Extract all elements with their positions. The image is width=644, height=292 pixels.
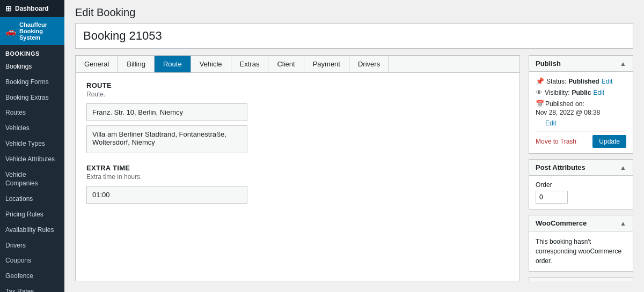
woocommerce-collapse-icon[interactable]: ▲ (620, 220, 626, 227)
update-button[interactable]: Update (592, 135, 626, 148)
post-attributes-panel: Post Attributes ▲ Order (529, 159, 633, 209)
sidebar-item-locations[interactable]: Locations (0, 191, 64, 207)
sidebar-item-coupons[interactable]: Coupons (0, 253, 64, 268)
order-input[interactable] (536, 191, 568, 204)
publish-panel-body: 📌 Status: Published Edit 👁 Visibility: P… (529, 72, 633, 153)
tab-general[interactable]: General (76, 56, 118, 72)
route-field-1[interactable]: Franz. Str. 10, Berlin, Niemcy (86, 103, 247, 121)
publish-divider (536, 131, 626, 132)
sidebar: ⊞ Dashboard 🚗 Chauffeur Booking System B… (0, 0, 64, 292)
sidebar-item-bookings[interactable]: Bookings (0, 59, 64, 74)
route-section-title: ROUTE (86, 81, 509, 89)
dashboard-link[interactable]: ⊞ Dashboard (0, 0, 64, 17)
sidebar-item-vehicles[interactable]: Vehicles (0, 121, 64, 136)
visibility-edit-link[interactable]: Edit (593, 89, 604, 96)
dashboard-label: Dashboard (15, 5, 49, 12)
brand-label: Chauffeur Booking System (19, 21, 59, 41)
content-area: General Billing Route Vehicle Extras Cli… (64, 55, 644, 292)
page-title: Edit Booking (75, 6, 633, 19)
published-value: Nov 28, 2022 @ 08:38 (536, 109, 600, 116)
calendar-icon: 📅 (536, 100, 544, 108)
tab-vehicle[interactable]: Vehicle (191, 56, 231, 72)
woocommerce-panel: WooCommerce ▲ This booking hasn't corres… (529, 215, 633, 272)
woocommerce-header: WooCommerce ▲ (529, 215, 633, 231)
status-value: Published (568, 78, 599, 85)
tab-client[interactable]: Client (268, 56, 304, 72)
move-to-trash-link[interactable]: Move to Trash (536, 138, 576, 145)
tab-route-content: ROUTE Route. Franz. Str. 10, Berlin, Nie… (76, 73, 519, 216)
woocommerce-text: This booking hasn't corresponding wooCom… (536, 237, 626, 266)
sidebar-item-vehicle-attributes[interactable]: Vehicle Attributes (0, 152, 64, 167)
sidebar-item-geofence[interactable]: Geofence (0, 268, 64, 284)
post-attributes-collapse-icon[interactable]: ▲ (620, 164, 626, 171)
tab-drivers[interactable]: Drivers (349, 56, 389, 72)
status-row: 📌 Status: Published Edit (536, 77, 626, 85)
publish-title: Publish (536, 59, 561, 68)
extra-time-title: EXTRA TIME (86, 164, 509, 172)
tab-billing[interactable]: Billing (118, 56, 155, 72)
extra-time-field[interactable]: 01:00 (86, 186, 247, 204)
sidebar-item-availability-rules[interactable]: Availability Rules (0, 222, 64, 238)
tab-route[interactable]: Route (155, 56, 191, 72)
dashboard-icon: ⊞ (5, 4, 12, 13)
woocommerce-body: This booking hasn't corresponding wooCom… (529, 231, 633, 271)
visibility-value: Public (572, 89, 591, 96)
woocommerce-title: WooCommerce (536, 219, 587, 227)
visibility-label: Visibility: (545, 89, 569, 96)
eye-icon: 👁 (536, 88, 543, 96)
extra-time-desc: Extra time in hours. (86, 173, 509, 181)
page-header: Edit Booking (64, 0, 644, 23)
sidebar-item-vehicle-companies[interactable]: Vehicle Companies (0, 167, 64, 192)
post-attributes-title: Post Attributes (536, 163, 586, 171)
sidebar-brand[interactable]: 🚗 Chauffeur Booking System (0, 17, 64, 45)
sidebar-item-booking-forms[interactable]: Booking Forms (0, 74, 64, 90)
main-content: Edit Booking Booking 21053 General Billi… (64, 0, 644, 292)
tabs-container: General Billing Route Vehicle Extras Cli… (75, 55, 520, 281)
publish-actions: Move to Trash Update (536, 135, 626, 148)
brand-icon: 🚗 (5, 26, 16, 36)
status-label: Status: (546, 78, 566, 85)
tab-payment[interactable]: Payment (304, 56, 349, 72)
content-wrapper: General Billing Route Vehicle Extras Cli… (75, 55, 520, 281)
sidebar-item-drivers[interactable]: Drivers (0, 238, 64, 253)
tab-extras[interactable]: Extras (231, 56, 269, 72)
right-panel: Publish ▲ 📌 Status: Published Edit 👁 Vis… (529, 55, 633, 281)
post-attributes-body: Order (529, 176, 633, 209)
booking-edit-header: Booking edit ▲ (529, 278, 633, 281)
sidebar-item-vehicle-types[interactable]: Vehicle Types (0, 136, 64, 152)
published-label: Published on: (545, 100, 584, 108)
post-attributes-header: Post Attributes ▲ (529, 160, 633, 176)
order-label: Order (536, 181, 626, 189)
sidebar-item-routes[interactable]: Routes (0, 105, 64, 121)
sidebar-item-tax-rates[interactable]: Tax Rates (0, 284, 64, 292)
status-edit-link[interactable]: Edit (602, 78, 613, 85)
booking-edit-panel: Booking edit ▲ This booking cannot be mo… (529, 277, 633, 281)
published-edit-link[interactable]: Edit (545, 119, 557, 127)
extra-time-section: EXTRA TIME Extra time in hours. 01:00 (86, 164, 509, 204)
tabs-bar: General Billing Route Vehicle Extras Cli… (76, 56, 519, 73)
publish-collapse-icon[interactable]: ▲ (620, 60, 626, 68)
pin-icon: 📌 (536, 77, 544, 85)
route-section-desc: Route. (86, 91, 509, 98)
visibility-row: 👁 Visibility: Public Edit (536, 88, 626, 96)
route-field-2[interactable]: Villa am Berliner Stadtrand, Fontanestra… (86, 125, 247, 153)
sidebar-item-pricing-rules[interactable]: Pricing Rules (0, 207, 64, 222)
section-label: Bookings (0, 45, 64, 59)
booking-title[interactable]: Booking 21053 (75, 23, 633, 49)
publish-panel: Publish ▲ 📌 Status: Published Edit 👁 Vis… (529, 55, 633, 154)
sidebar-item-booking-extras[interactable]: Booking Extras (0, 90, 64, 106)
publish-panel-header: Publish ▲ (529, 56, 633, 72)
published-row: 📅 Published on: Nov 28, 2022 @ 08:38 (536, 100, 626, 116)
